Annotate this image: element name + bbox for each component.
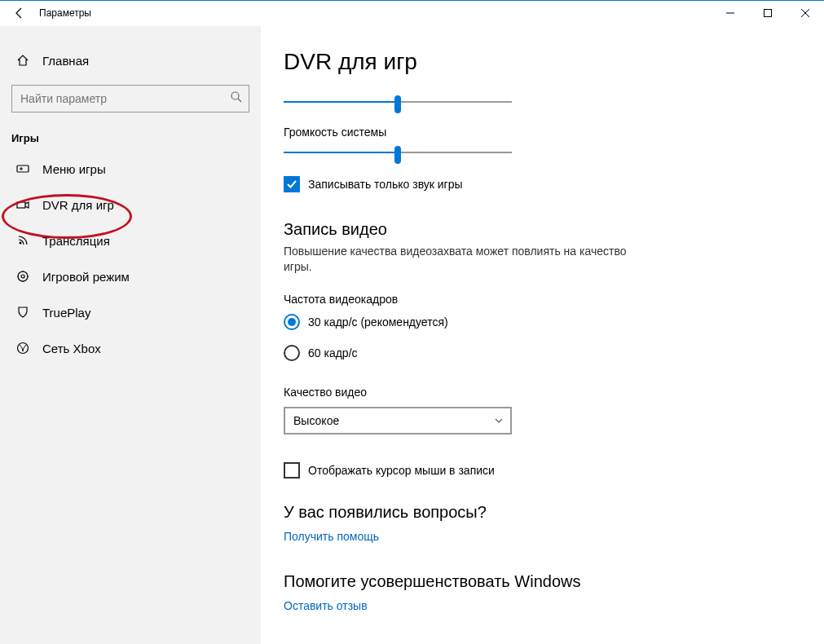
sidebar-item-trueplay[interactable]: TruePlay	[0, 294, 261, 330]
sidebar-item-label: DVR для игр	[42, 198, 114, 212]
trueplay-icon	[15, 306, 31, 319]
search-icon	[230, 90, 243, 104]
checkbox-label: Отображать курсор мыши в записи	[308, 464, 495, 477]
radio-label: 60 кадр/с	[308, 346, 358, 359]
checkbox-label: Записывать только звук игры	[308, 178, 463, 191]
video-section-heading: Запись видео	[284, 220, 824, 239]
slider-thumb[interactable]	[394, 95, 401, 113]
arrow-left-icon	[13, 7, 26, 20]
quality-select[interactable]: Высокое	[284, 407, 512, 434]
minimize-icon	[726, 9, 734, 17]
maximize-icon	[764, 9, 772, 17]
xbox-icon	[15, 342, 31, 355]
main-content: DVR для игр Громкость системы Записывать…	[261, 26, 824, 644]
home-nav[interactable]: Главная	[0, 44, 261, 77]
svg-point-15	[18, 343, 29, 354]
slider-thumb[interactable]	[394, 146, 401, 164]
svg-point-9	[18, 271, 28, 281]
fps-label: Частота видеокадров	[284, 293, 824, 306]
sidebar: Главная Игры Меню игры DVR для игр Транс…	[0, 26, 261, 644]
page-title: DVR для игр	[284, 49, 824, 75]
sidebar-item-game-dvr[interactable]: DVR для игр	[0, 187, 261, 223]
svg-rect-1	[765, 10, 772, 17]
checkbox-cursor[interactable]	[284, 462, 300, 479]
close-icon	[801, 9, 809, 17]
sidebar-item-xbox[interactable]: Сеть Xbox	[0, 330, 261, 366]
svg-point-8	[20, 242, 22, 245]
system-volume-label: Громкость системы	[284, 126, 824, 139]
home-label: Главная	[42, 54, 89, 68]
radio-60fps[interactable]: 60 кадр/с	[284, 345, 824, 361]
sidebar-item-game-bar[interactable]: Меню игры	[0, 151, 261, 187]
radio-30fps[interactable]: 30 кадр/с (рекомендуется)	[284, 314, 824, 330]
dvr-icon	[15, 198, 31, 211]
sidebar-item-game-mode[interactable]: Игровой режим	[0, 258, 261, 294]
titlebar: Параметры	[0, 0, 824, 26]
slider-mic-volume[interactable]	[284, 93, 512, 111]
sidebar-item-label: Игровой режим	[42, 270, 130, 284]
window-title: Параметры	[39, 7, 91, 19]
maximize-button[interactable]	[749, 0, 787, 26]
sidebar-item-label: Меню игры	[42, 162, 106, 176]
select-value: Высокое	[293, 414, 339, 427]
sidebar-item-label: TruePlay	[42, 306, 90, 320]
feedback-link[interactable]: Оставить отзыв	[284, 599, 368, 612]
minimize-button[interactable]	[712, 0, 749, 26]
game-bar-icon	[15, 162, 31, 175]
close-button[interactable]	[787, 0, 824, 26]
radio-button[interactable]	[284, 345, 300, 361]
svg-point-10	[21, 275, 24, 278]
gamemode-icon	[15, 270, 31, 283]
sidebar-item-broadcast[interactable]: Трансляция	[0, 223, 261, 258]
sidebar-item-label: Трансляция	[42, 234, 110, 248]
svg-rect-7	[17, 202, 25, 208]
svg-line-3	[238, 99, 241, 102]
chevron-down-icon	[494, 416, 504, 426]
search-input[interactable]	[11, 85, 249, 112]
category-header: Игры	[11, 132, 261, 144]
radio-label: 30 кадр/с (рекомендуется)	[308, 315, 448, 329]
quality-label: Качество видео	[284, 386, 824, 399]
checkmark-icon	[286, 179, 297, 190]
back-button[interactable]	[0, 0, 39, 26]
broadcast-icon	[15, 234, 31, 247]
svg-point-2	[231, 92, 239, 99]
radio-button[interactable]	[284, 314, 300, 330]
slider-system-volume[interactable]	[284, 143, 512, 161]
video-section-desc: Повышение качества видеозахвата может по…	[284, 244, 642, 275]
home-icon	[15, 54, 31, 67]
help-link[interactable]: Получить помощь	[284, 530, 379, 543]
help-heading: У вас появились вопросы?	[284, 503, 824, 522]
sidebar-item-label: Сеть Xbox	[42, 342, 101, 355]
feedback-heading: Помогите усовершенствовать Windows	[284, 572, 824, 591]
checkbox-game-audio-only[interactable]	[284, 176, 300, 192]
